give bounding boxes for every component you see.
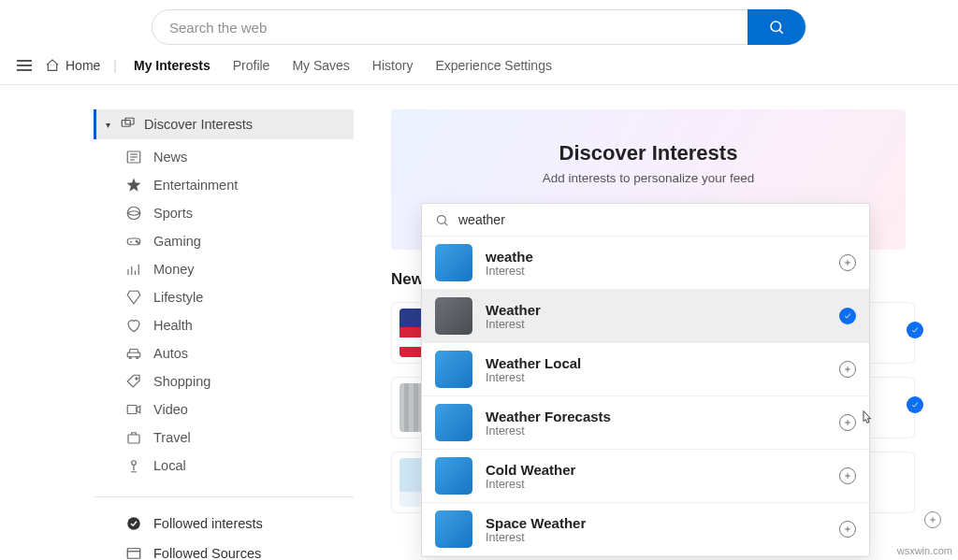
sidebar-item-autos[interactable]: Autos xyxy=(125,339,354,367)
tab-history[interactable]: History xyxy=(372,58,414,73)
suggestion-title: Cold Weather xyxy=(486,462,826,478)
suggestion-item[interactable]: Weather Forecasts Interest xyxy=(422,396,869,450)
suggestion-search-row[interactable]: weather xyxy=(422,204,869,237)
check-icon xyxy=(910,325,920,335)
suggestion-add-button[interactable] xyxy=(839,521,856,538)
suggestion-title: Weather Local xyxy=(486,355,826,371)
nav-tabs: My Interests Profile My Saves History Ex… xyxy=(134,58,552,73)
suggestion-text: Cold Weather Interest xyxy=(486,462,826,491)
tab-experience-settings[interactable]: Experience Settings xyxy=(435,58,552,73)
plus-icon xyxy=(928,515,937,524)
suggestion-selected-badge[interactable] xyxy=(839,308,856,324)
suggestion-text: Space Weather Interest xyxy=(486,515,826,544)
suggestion-thumb xyxy=(435,351,472,388)
svg-rect-26 xyxy=(127,549,140,559)
suggestion-type: Interest xyxy=(486,265,826,278)
sidebar-item-local[interactable]: Local xyxy=(125,452,354,480)
suggestion-add-button[interactable] xyxy=(839,254,856,271)
suggestion-add-button[interactable] xyxy=(839,414,856,431)
home-icon xyxy=(45,58,60,73)
search-bar-row xyxy=(0,0,958,50)
search-icon xyxy=(768,19,785,36)
check-icon xyxy=(910,400,920,409)
sidebar-followed-sources[interactable]: Followed Sources xyxy=(125,538,354,560)
suggestion-add-button[interactable] xyxy=(839,467,856,484)
car-icon xyxy=(125,345,142,362)
tab-my-interests[interactable]: My Interests xyxy=(134,58,210,73)
add-button-behind[interactable] xyxy=(924,511,941,528)
home-label: Home xyxy=(65,58,100,73)
sidebar-followed-interests[interactable]: Followed interests xyxy=(125,509,354,538)
search-button[interactable] xyxy=(748,9,806,45)
sidebar-item-label: Shopping xyxy=(153,374,210,389)
watermark: wsxwin.com xyxy=(897,545,952,556)
search-box xyxy=(152,9,806,45)
sidebar-discover-header[interactable]: ▾ Discover Interests xyxy=(94,109,354,139)
svg-point-13 xyxy=(138,242,139,244)
tab-my-saves[interactable]: My Saves xyxy=(292,58,349,73)
card-followed-badge[interactable] xyxy=(907,322,923,338)
suggestion-item[interactable]: Space Weather Interest xyxy=(422,503,869,556)
home-link[interactable]: Home xyxy=(45,58,100,73)
svg-point-8 xyxy=(127,207,140,220)
sidebar-item-news[interactable]: News xyxy=(125,143,354,171)
suggestion-item[interactable]: Weather Local Interest xyxy=(422,343,869,396)
suggestion-type: Interest xyxy=(486,371,826,384)
hero-subtitle: Add interests to personalize your feed xyxy=(543,171,755,185)
interest-suggestion-panel: weather weathe Interest Weather Interest xyxy=(421,203,870,557)
plus-icon xyxy=(843,418,852,427)
suggestion-thumb xyxy=(435,510,472,548)
svg-point-24 xyxy=(132,461,137,466)
svg-line-1 xyxy=(779,30,783,34)
pin-icon xyxy=(125,457,142,474)
suggestion-type: Interest xyxy=(486,318,826,331)
sidebar-item-lifestyle[interactable]: Lifestyle xyxy=(125,283,354,311)
menu-button[interactable] xyxy=(13,56,36,75)
sidebar-item-label: Entertainment xyxy=(153,178,238,193)
sidebar-item-sports[interactable]: Sports xyxy=(125,199,354,227)
suggestion-thumb xyxy=(435,244,472,281)
svg-point-21 xyxy=(136,378,138,380)
search-icon xyxy=(435,213,449,227)
sidebar-header-label: Discover Interests xyxy=(144,117,253,132)
search-input[interactable] xyxy=(152,20,748,36)
sidebar-item-label: News xyxy=(153,150,187,165)
tab-profile[interactable]: Profile xyxy=(233,58,270,73)
diamond-icon xyxy=(125,289,142,306)
main-area: ▾ Discover Interests News Entertainment … xyxy=(0,85,958,560)
svg-point-25 xyxy=(127,517,140,530)
sidebar-categories: News Entertainment Sports Gaming Money L… xyxy=(94,139,354,489)
sidebar-item-shopping[interactable]: Shopping xyxy=(125,367,354,395)
suggestion-item[interactable]: Weather Interest xyxy=(422,290,869,343)
sidebar-separator xyxy=(94,496,354,497)
suggestion-title: Space Weather xyxy=(486,515,826,531)
suggestion-item[interactable]: Cold Weather Interest xyxy=(422,450,869,503)
sidebar-item-entertainment[interactable]: Entertainment xyxy=(125,171,354,199)
suggestion-query: weather xyxy=(458,212,505,227)
sidebar-item-gaming[interactable]: Gaming xyxy=(125,227,354,255)
plus-icon xyxy=(843,258,852,267)
suggestion-type: Interest xyxy=(486,424,826,438)
top-nav: Home | My Interests Profile My Saves His… xyxy=(0,50,958,85)
suggestion-item[interactable]: weathe Interest xyxy=(422,237,869,290)
suggestion-add-button[interactable] xyxy=(839,361,856,378)
sidebar-item-label: Followed Sources xyxy=(153,546,261,560)
sidebar-item-label: Gaming xyxy=(153,234,201,249)
card-followed-badge[interactable] xyxy=(907,396,923,413)
suggestion-title: Weather xyxy=(486,302,826,318)
sidebar-item-video[interactable]: Video xyxy=(125,395,354,424)
svg-point-30 xyxy=(438,215,446,223)
sidebar-item-travel[interactable]: Travel xyxy=(125,424,354,452)
svg-point-12 xyxy=(136,240,138,242)
suggestion-type: Interest xyxy=(486,478,826,491)
sidebar-item-label: Travel xyxy=(153,430,191,445)
sports-icon xyxy=(125,205,142,222)
sidebar-follow-list: Followed interests Followed Sources xyxy=(94,503,354,560)
cards-icon xyxy=(120,116,137,133)
suggestion-thumb xyxy=(435,404,472,441)
svg-point-20 xyxy=(137,356,138,358)
sidebar-item-money[interactable]: Money xyxy=(125,255,354,283)
sidebar-item-health[interactable]: Health xyxy=(125,311,354,339)
sidebar-item-label: Autos xyxy=(153,346,188,361)
news-icon xyxy=(125,149,142,165)
